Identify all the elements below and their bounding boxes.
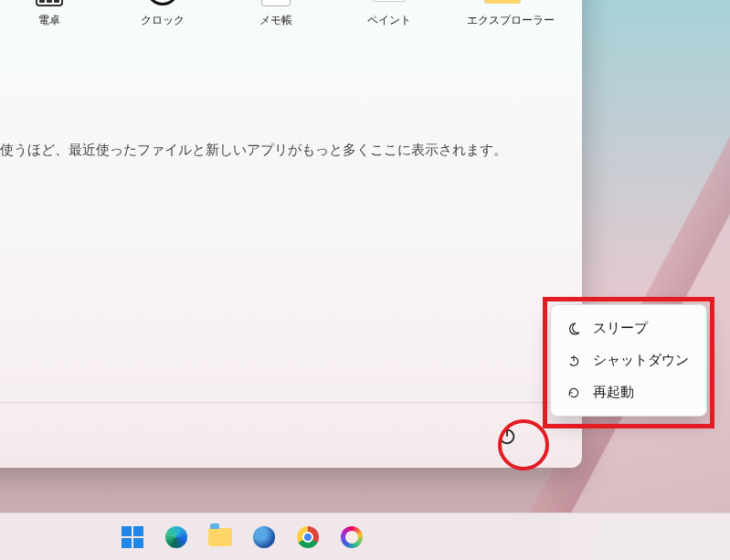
calculator-icon [14,0,85,10]
file-explorer-icon [467,0,538,10]
app-paint[interactable]: ペイント [354,0,425,28]
thunderbird-icon [253,526,275,548]
app-label: 電卓 [14,13,85,28]
windows-logo-icon [122,526,143,548]
paint-palette-icon [341,526,363,548]
app-notepad[interactable]: メモ帳 [240,0,312,28]
power-menu-label: スリープ [593,320,648,337]
power-icon [566,353,582,369]
app-calculator[interactable]: 電卓 [14,0,85,28]
taskbar-start-button[interactable] [119,523,146,551]
app-label: ペイント [354,13,425,28]
clock-icon [127,0,198,10]
pinned-apps-row: 電卓 クロック メモ帳 ペイント エクスプローラー [14,0,582,28]
restart-icon [566,385,582,401]
paint-icon [354,0,425,10]
start-menu-panel: 電卓 クロック メモ帳 ペイント エクスプローラー 使うほど、最近使ったファイル… [0,0,582,468]
power-button[interactable] [487,416,527,456]
power-menu: スリープ シャットダウン 再起動 [550,304,707,417]
recent-hint-text: 使うほど、最近使ったファイルと新しいアプリがもっと多くここに表示されます。 [0,142,507,159]
edge-icon [165,526,187,548]
taskbar-paint[interactable] [338,523,365,551]
app-label: クロック [127,13,198,28]
notepad-icon [240,0,312,10]
power-menu-label: 再起動 [593,384,634,401]
app-explorer[interactable]: エクスプローラー [467,0,538,28]
taskbar-file-explorer[interactable] [206,523,234,551]
folder-icon [208,528,232,546]
start-menu-bottom-bar [0,402,582,468]
taskbar [0,512,730,560]
app-label: エクスプローラー [467,13,538,28]
power-menu-label: シャットダウン [593,352,689,369]
taskbar-chrome[interactable] [294,523,322,551]
power-menu-sleep[interactable]: スリープ [551,312,706,344]
power-menu-restart[interactable]: 再起動 [551,376,706,408]
power-menu-shutdown[interactable]: シャットダウン [551,344,706,376]
taskbar-edge[interactable] [163,523,190,551]
moon-icon [566,321,582,337]
chrome-icon [297,526,319,548]
power-icon [497,426,517,446]
app-label: メモ帳 [240,13,312,28]
app-clock[interactable]: クロック [127,0,198,28]
taskbar-thunderbird[interactable] [250,523,278,551]
